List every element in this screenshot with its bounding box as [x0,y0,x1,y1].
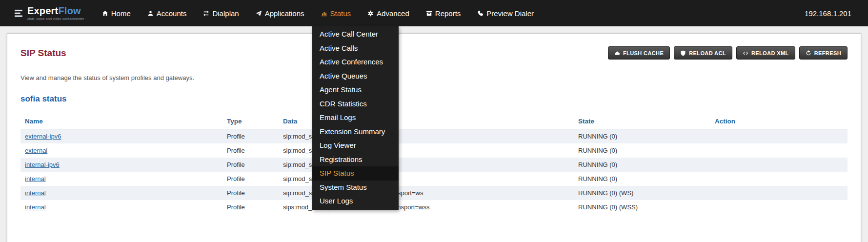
page-description: View and manage the status of system pro… [20,74,848,81]
menu-item-registrations[interactable]: Registrations [312,153,399,167]
nav-item-preview-dialer[interactable]: Preview Dialer [477,9,534,18]
menu-item-agent-status[interactable]: Agent Status [312,83,399,97]
nav-item-reports[interactable]: Reports [426,9,461,18]
cell-state: RUNNING (0) (WSS) [574,200,710,214]
nav-item-applications[interactable]: Applications [256,9,304,18]
nav-item-status[interactable]: Status [321,9,351,18]
phone-icon [477,10,484,17]
reload-acl-button[interactable]: RELOAD ACL [674,46,732,60]
menu-item-active-calls[interactable]: Active Calls [312,41,399,56]
user-icon [147,10,154,17]
table-header-row: NameTypeDataStateAction [20,114,848,129]
profile-link[interactable]: internal-ipv6 [25,161,60,168]
cell-action [710,129,848,144]
button-label: RELOAD XML [751,50,789,56]
button-label: FLUSH CACHE [623,50,664,56]
column-header-action: Action [710,114,848,129]
cell-state: RUNNING (0) [574,172,710,186]
nav-item-label: Reports [435,9,461,18]
table-row: internalProfilesips:mod_sofia@192.168.1.… [20,200,848,214]
cell-state: RUNNING (0) [574,158,710,172]
table-row: internalProfilesip:mod_sofia@192.168.1.2… [20,186,848,200]
refresh-icon [806,50,811,56]
nav-item-label: Preview Dialer [486,9,534,18]
nav-item-label: Accounts [157,9,187,18]
nav-item-label: Advanced [377,9,409,18]
logo-text: ExpertFlow chat, voice and video contact… [27,6,84,20]
table-body: external-ipv6Profilesip:mod_sofia@[::]:5… [20,129,848,215]
shield-icon [680,50,686,56]
cell-name: internal [20,200,222,214]
menu-item-active-queues[interactable]: Active Queues [312,69,399,83]
nav-item-label: Status [330,9,351,18]
cell-state: RUNNING (0) (WS) [574,186,710,200]
profile-link[interactable]: internal [25,203,46,211]
cell-type: Profile [222,172,279,186]
cell-action [710,143,848,158]
table-row: external-ipv6Profilesip:mod_sofia@[::]:5… [20,129,848,144]
send-icon [256,10,262,17]
cell-type: Profile [222,200,279,214]
column-header-state: State [574,114,710,129]
menu-item-extension-summary[interactable]: Extension Summary [312,125,399,139]
cloud-icon [614,50,620,56]
table-row: internal-ipv6Profilesip:mod_sofia@[::1]:… [20,158,848,172]
cell-action [710,172,848,186]
cell-type: Profile [222,129,279,144]
profile-link[interactable]: internal [25,189,46,197]
cell-name: external-ipv6 [20,129,222,144]
brand-secondary: Flow [58,5,81,16]
menu-lines-icon [15,9,24,18]
exchange-icon [203,10,209,17]
table-row: externalProfilesip:mod_sofia@192.168.1.2… [20,143,848,158]
nav-item-dialplan[interactable]: Dialplan [203,9,239,18]
page-title: SIP Status [20,48,66,59]
cell-name: internal [20,186,222,200]
profile-link[interactable]: external-ipv6 [25,133,61,140]
expertflow-logo[interactable]: ExpertFlow chat, voice and video contact… [15,6,84,20]
gear-icon [367,10,374,17]
nav-item-accounts[interactable]: Accounts [147,9,187,18]
cell-type: Profile [222,186,279,200]
top-navbar: ExpertFlow chat, voice and video contact… [0,0,868,26]
refresh-button[interactable]: REFRESH [799,46,848,60]
cell-action [710,200,848,214]
nav-item-label: Dialplan [212,9,239,18]
nav-item-advanced[interactable]: Advanced [367,9,409,18]
nav-item-label: Applications [265,9,304,18]
button-label: RELOAD ACL [689,50,726,56]
profile-link[interactable]: external [25,147,47,154]
menu-item-active-conferences[interactable]: Active Conferences [312,55,399,69]
menu-item-system-status[interactable]: System Status [312,181,399,195]
column-header-name: Name [20,114,222,129]
cell-action [710,186,848,200]
table-row: internalProfilesip:mod_sofia@192.168.1.2… [20,172,848,186]
profile-link[interactable]: internal [25,175,46,182]
menu-item-email-logs[interactable]: Email Logs [312,111,399,125]
section-title: sofia status [20,94,848,104]
menu-item-active-call-center[interactable]: Active Call Center [312,27,399,41]
status-dropdown-menu: Active Call CenterActive CallsActive Con… [312,26,399,210]
code-icon [743,50,748,56]
brand-primary: Expert [27,5,58,16]
nav-item-home[interactable]: Home [102,9,131,18]
brand-tagline: chat, voice and video contactcenter [27,17,84,20]
cell-type: Profile [222,158,279,172]
cell-state: RUNNING (0) [574,143,710,158]
nav-item-label: Home [111,9,131,18]
menu-item-log-viewer[interactable]: Log Viewer [312,139,399,153]
toolbar: FLUSH CACHERELOAD ACLRELOAD XMLREFRESH [608,46,848,60]
archive-icon [426,10,432,17]
flush-cache-button[interactable]: FLUSH CACHE [608,46,670,60]
cell-type: Profile [222,143,279,158]
cell-name: internal-ipv6 [20,158,222,172]
cell-name: external [20,143,222,158]
menu-item-sip-status[interactable]: SIP Status [312,166,399,181]
sofia-status-table: NameTypeDataStateAction external-ipv6Pro… [20,114,848,214]
cell-state: RUNNING (0) [574,129,710,144]
content-card: SIP Status FLUSH CACHERELOAD ACLRELOAD X… [7,33,861,242]
home-icon [102,10,108,17]
menu-item-user-logs[interactable]: User Logs [312,194,399,208]
menu-item-cdr-statistics[interactable]: CDR Statistics [312,97,399,111]
reload-xml-button[interactable]: RELOAD XML [736,46,795,60]
